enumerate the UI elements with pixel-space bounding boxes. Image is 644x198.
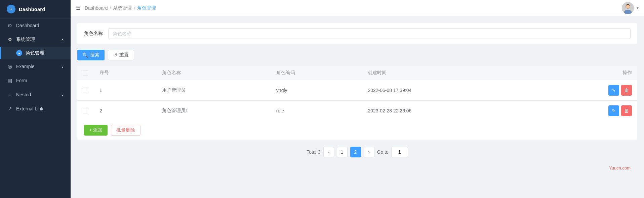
sidebar-item-label: Dashboard [16, 23, 39, 28]
system-icon: ⚙ [7, 37, 13, 43]
sidebar-item-example[interactable]: ◎ Example ∨ [0, 59, 71, 73]
external-link-icon: ↗ [7, 106, 13, 112]
col-index: 序号 [94, 66, 157, 80]
sidebar-item-nested[interactable]: ≡ Nested ∨ [0, 88, 71, 102]
edit-button[interactable]: ✎ [608, 85, 619, 96]
topbar-right: ▾ [622, 2, 639, 14]
batch-delete-button[interactable]: 批量删除 [111, 125, 140, 136]
delete-button[interactable]: 🗑 [621, 85, 632, 96]
cell-role-code: yhgly [271, 80, 363, 101]
breadcrumb-item-current: 角色管理 [137, 5, 156, 11]
total-label: Total 3 [307, 149, 320, 155]
cell-created: 2023-02-28 22:26:06 [362, 101, 531, 121]
header-checkbox-cell [77, 66, 94, 80]
search-button[interactable]: 🔍 搜索 [77, 50, 105, 60]
table-row: 2 角色管理员1 role 2023-02-28 22:26:06 ✎ 🗑 [77, 101, 637, 121]
goto-label: Go to [377, 149, 389, 155]
sidebar-item-form[interactable]: ▤ Form [0, 73, 71, 88]
breadcrumb-sep-1: / [110, 5, 111, 11]
table-card: 序号 角色名称 角色编码 创建时间 操作 1 用户管理员 yhgly 2022-… [77, 66, 637, 140]
cell-role-name: 角色管理员1 [157, 101, 271, 121]
table-head: 序号 角色名称 角色编码 创建时间 操作 [77, 66, 637, 80]
sidebar-item-dashboard[interactable]: ⊙ Dashboard [0, 18, 71, 33]
pagination: Total 3 ‹ 1 2 › Go to [77, 140, 637, 164]
goto-input[interactable] [391, 147, 408, 157]
menu-toggle-icon[interactable]: ☰ [76, 5, 81, 11]
sidebar-item-label: Nested [16, 92, 31, 97]
main-area: ☰ Dashboard / 系统管理 / 角色管理 ▾ [71, 0, 644, 198]
user-dropdown-arrow[interactable]: ▾ [637, 6, 639, 10]
search-bar: 角色名称 [77, 23, 637, 44]
edit-button[interactable]: ✎ [608, 105, 619, 116]
sidebar-item-label: Example [16, 64, 34, 69]
next-page-button[interactable]: › [364, 147, 374, 157]
breadcrumb-sep-2: / [134, 5, 135, 11]
page-1-button[interactable]: 1 [337, 147, 348, 157]
col-created: 创建时间 [362, 66, 531, 80]
logo-icon [7, 5, 15, 13]
search-label: 角色名称 [84, 31, 103, 37]
sidebar-sub-item-label: 角色管理 [26, 50, 44, 56]
row-checkbox-cell [77, 101, 94, 121]
chevron-up-icon: ∧ [61, 38, 64, 42]
cell-actions: ✎ 🗑 [531, 80, 637, 101]
cell-role-name: 用户管理员 [157, 80, 271, 101]
add-button[interactable]: + 添加 [84, 125, 108, 136]
delete-button[interactable]: 🗑 [621, 105, 632, 116]
breadcrumb: Dashboard / 系统管理 / 角色管理 [85, 5, 156, 11]
sidebar-title: Dashboard [19, 6, 45, 12]
col-actions: 操作 [531, 66, 637, 80]
search-input[interactable] [108, 28, 631, 39]
select-all-checkbox[interactable] [83, 70, 88, 76]
sidebar-item-system[interactable]: ⚙ 系统管理 ∧ [0, 33, 71, 47]
sidebar-item-label: Form [16, 78, 27, 83]
avatar[interactable] [622, 2, 634, 14]
chevron-down-icon: ∨ [61, 93, 64, 97]
breadcrumb-item-dashboard[interactable]: Dashboard [85, 5, 108, 11]
example-icon: ◎ [7, 63, 13, 69]
cell-actions: ✎ 🗑 [531, 101, 637, 121]
table-body: 1 用户管理员 yhgly 2022-06-08 17:39:04 ✎ 🗑 2 … [77, 80, 637, 121]
cell-role-code: role [271, 101, 363, 121]
topbar: ☰ Dashboard / 系统管理 / 角色管理 ▾ [71, 0, 644, 16]
dashboard-icon: ⊙ [7, 22, 13, 29]
prev-page-button[interactable]: ‹ [323, 147, 334, 157]
row-checkbox[interactable] [83, 88, 88, 93]
table-row: 1 用户管理员 yhgly 2022-06-08 17:39:04 ✎ 🗑 [77, 80, 637, 101]
cell-index: 1 [94, 80, 157, 101]
sidebar-item-label: 系统管理 [16, 37, 35, 43]
sidebar-item-role-manage[interactable]: ● 角色管理 [0, 47, 71, 59]
reset-icon: ↺ [113, 52, 117, 58]
page-2-button[interactable]: 2 [350, 147, 361, 157]
cell-created: 2022-06-08 17:39:04 [362, 80, 531, 101]
col-role-code: 角色编码 [271, 66, 363, 80]
content-area: 角色名称 🔍 搜索 ↺ 重置 序号 [71, 16, 644, 198]
row-checkbox[interactable] [83, 108, 88, 113]
sidebar-item-external-link[interactable]: ↗ External Link [0, 102, 71, 116]
role-icon: ● [16, 50, 22, 56]
search-icon: 🔍 [82, 52, 88, 58]
sidebar: Dashboard ⊙ Dashboard ⚙ 系统管理 ∧ ● 角色管理 ◎ … [0, 0, 71, 198]
reset-button[interactable]: ↺ 重置 [108, 50, 134, 60]
actions-bar: 🔍 搜索 ↺ 重置 [77, 50, 637, 60]
form-icon: ▤ [7, 78, 13, 84]
data-table: 序号 角色名称 角色编码 创建时间 操作 1 用户管理员 yhgly 2022-… [77, 66, 637, 121]
table-footer-actions: + 添加 批量删除 [77, 121, 637, 140]
cell-index: 2 [94, 101, 157, 121]
sidebar-item-label: External Link [16, 106, 43, 111]
breadcrumb-item-system[interactable]: 系统管理 [113, 5, 132, 11]
col-role-name: 角色名称 [157, 66, 271, 80]
row-checkbox-cell [77, 80, 94, 101]
watermark: Yuucn.com [77, 164, 637, 173]
sidebar-logo[interactable]: Dashboard [0, 0, 71, 18]
nested-icon: ≡ [7, 92, 13, 98]
chevron-down-icon: ∨ [61, 64, 64, 69]
